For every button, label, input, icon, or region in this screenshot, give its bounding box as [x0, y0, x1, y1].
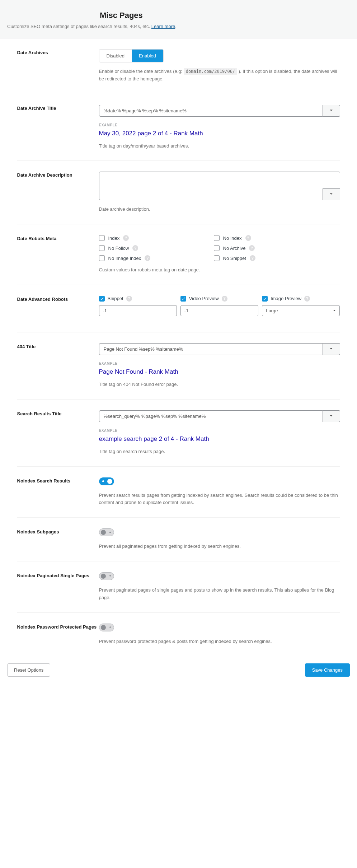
date-archives-enabled-button[interactable]: Enabled: [132, 50, 163, 62]
chevron-down-icon: [328, 191, 334, 198]
checkbox-label: No Follow: [108, 246, 129, 251]
help-text: Title tag on day/month/year based archiv…: [99, 143, 340, 150]
field-label: 404 Title: [17, 343, 99, 388]
field-date-archive-title: Date Archive Title EXAMPLE May 30, 2022 …: [17, 94, 340, 161]
field-noindex-search-results: Noindex Search Results Prevent search re…: [17, 467, 340, 518]
variables-dropdown-button[interactable]: [323, 188, 340, 200]
field-label: Date Archives: [17, 49, 99, 83]
checkbox-snippet[interactable]: [99, 296, 105, 302]
field-404-title: 404 Title EXAMPLE Page Not Found - Rank …: [17, 332, 340, 400]
reset-options-button[interactable]: Reset Options: [7, 663, 50, 677]
checkbox-video-preview[interactable]: [180, 296, 186, 302]
help-icon[interactable]: ?: [245, 235, 251, 241]
field-label: Date Archive Description: [17, 172, 99, 213]
field-noindex-paginated-single: Noindex Paginated Single Pages Prevent p…: [17, 561, 340, 613]
date-archive-title-input[interactable]: [99, 105, 323, 117]
field-date-robots-meta: Date Robots Meta Index? No Follow? No Im…: [17, 224, 340, 285]
checkbox-label: No Snippet: [223, 256, 246, 261]
checkbox-noimageindex[interactable]: [99, 255, 105, 261]
example-preview: example search page 2 of 4 - Rank Math: [99, 435, 340, 443]
checkbox-label: Snippet: [108, 296, 123, 301]
field-label: Date Advanced Robots: [17, 296, 99, 321]
checkbox-label: Video Preview: [189, 296, 219, 301]
field-label: Noindex Subpages: [17, 528, 99, 550]
help-icon[interactable]: ?: [132, 245, 138, 251]
field-search-results-title: Search Results Title EXAMPLE example sea…: [17, 400, 340, 467]
help-icon[interactable]: ?: [222, 296, 227, 302]
checkbox-nosnippet[interactable]: [214, 255, 220, 261]
checkbox-image-preview[interactable]: [262, 296, 268, 302]
checkbox-label: Index: [108, 235, 120, 241]
help-text: Prevent paginated pages of single pages …: [99, 587, 340, 602]
search-results-title-input[interactable]: [99, 410, 323, 422]
help-text: Date archive description.: [99, 206, 340, 213]
field-label: Search Results Title: [17, 410, 99, 456]
learn-more-link[interactable]: Learn more: [151, 24, 175, 29]
example-label: EXAMPLE: [99, 361, 340, 365]
help-text: Prevent all paginated pages from getting…: [99, 543, 340, 550]
help-text: Enable or disable the date archives (e.g…: [99, 68, 340, 83]
help-text: Custom values for robots meta tag on dat…: [99, 266, 340, 274]
help-text: Title tag on 404 Not Found error page.: [99, 381, 340, 388]
noindex-password-toggle[interactable]: [99, 624, 114, 631]
field-label: Date Robots Meta: [17, 235, 99, 274]
checkbox-label: No Archive: [223, 246, 246, 251]
chevron-down-icon: [328, 345, 334, 353]
checkbox-noarchive[interactable]: [214, 245, 220, 251]
image-preview-select[interactable]: Large: [262, 305, 340, 316]
snippet-value-input[interactable]: [99, 305, 177, 316]
checkbox-nofollow[interactable]: [99, 245, 105, 251]
field-label: Noindex Search Results: [17, 477, 99, 507]
example-label: EXAMPLE: [99, 429, 340, 433]
field-date-archive-description: Date Archive Description Date archive de…: [17, 161, 340, 224]
save-changes-button[interactable]: Save Changes: [305, 663, 350, 677]
help-text: Prevent password protected pages & posts…: [99, 638, 340, 645]
field-label: Noindex Paginated Single Pages: [17, 572, 99, 602]
variables-dropdown-button[interactable]: [323, 410, 340, 422]
example-label: EXAMPLE: [99, 123, 340, 127]
checkbox-label: Image Preview: [271, 296, 301, 301]
video-preview-value-input[interactable]: [180, 305, 258, 316]
field-label: Date Archive Title: [17, 105, 99, 150]
field-noindex-password-protected: Noindex Password Protected Pages Prevent…: [17, 613, 340, 656]
checkbox-index[interactable]: [99, 235, 105, 241]
noindex-search-toggle[interactable]: [99, 477, 114, 485]
chevron-down-icon: [328, 107, 334, 115]
date-archives-toggle-group: Disabled Enabled: [99, 49, 164, 62]
help-icon[interactable]: ?: [304, 296, 310, 302]
checkbox-label: No Image Index: [108, 256, 141, 261]
chevron-down-icon: [328, 412, 334, 420]
help-icon[interactable]: ?: [250, 255, 255, 261]
field-date-advanced-robots: Date Advanced Robots Snippet ? Video Pre…: [17, 285, 340, 332]
help-icon[interactable]: ?: [126, 296, 132, 302]
checkbox-noindex[interactable]: [214, 235, 220, 241]
field-date-archives: Date Archives Disabled Enabled Enable or…: [17, 38, 340, 94]
help-icon[interactable]: ?: [249, 245, 255, 251]
help-text: Prevent search results pages from gettin…: [99, 492, 340, 507]
field-label: Noindex Password Protected Pages: [17, 624, 99, 645]
page-description: Customize SEO meta settings of pages lik…: [7, 24, 350, 29]
page-title: Misc Pages: [7, 11, 350, 20]
noindex-subpages-toggle[interactable]: [99, 528, 114, 536]
footer-actions: Reset Options Save Changes: [0, 656, 357, 684]
noindex-paginated-toggle[interactable]: [99, 572, 114, 580]
page-header: Misc Pages Customize SEO meta settings o…: [0, 0, 357, 38]
example-preview: Page Not Found - Rank Math: [99, 368, 340, 375]
date-archives-disabled-button[interactable]: Disabled: [99, 50, 132, 62]
date-archive-description-input[interactable]: [99, 172, 340, 188]
field-noindex-subpages: Noindex Subpages Prevent all paginated p…: [17, 518, 340, 561]
help-icon[interactable]: ?: [145, 255, 150, 261]
404-title-input[interactable]: [99, 343, 323, 355]
example-preview: May 30, 2022 page 2 of 4 - Rank Math: [99, 130, 340, 137]
help-text: Title tag on search results page.: [99, 448, 340, 456]
help-icon[interactable]: ?: [123, 235, 129, 241]
variables-dropdown-button[interactable]: [323, 105, 340, 117]
checkbox-label: No Index: [223, 235, 242, 241]
variables-dropdown-button[interactable]: [323, 343, 340, 355]
